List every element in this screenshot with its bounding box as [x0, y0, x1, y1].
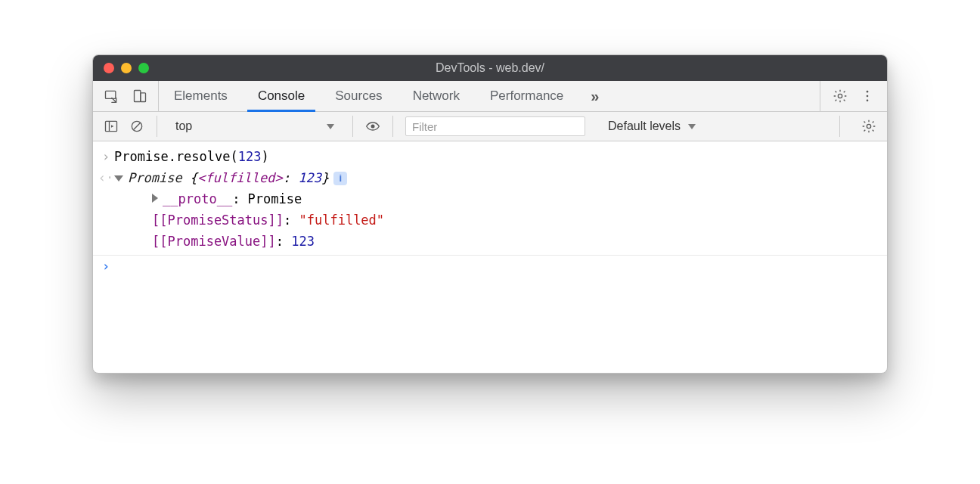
promise-value-value: 123: [291, 234, 315, 249]
proto-key: __proto__: [163, 191, 232, 206]
dropdown-caret-icon: [327, 124, 334, 129]
window-controls: [104, 63, 149, 73]
tab-console[interactable]: Console: [243, 81, 320, 111]
inspect-toolbar-group: [93, 81, 159, 111]
devtools-window: DevTools - web.dev/ Elements Console Sou…: [92, 54, 888, 374]
clear-console-icon[interactable]: [129, 119, 144, 134]
inspect-element-icon[interactable]: [104, 88, 119, 104]
result-state: <fulfilled>: [197, 170, 283, 185]
panel-tabs: Elements Console Sources Network Perform…: [159, 81, 578, 111]
console-toolbar: top Default levels: [93, 112, 887, 141]
svg-rect-2: [141, 93, 146, 102]
console-property-row: __proto__: Promise: [93, 188, 887, 209]
toolbar-right-group: [820, 81, 887, 111]
execution-context-label: top: [175, 119, 192, 133]
window-minimize-button[interactable]: [121, 63, 132, 73]
window-title: DevTools - web.dev/: [93, 61, 887, 75]
input-marker-icon: ›: [98, 147, 114, 166]
tab-label: Elements: [174, 88, 228, 104]
console-input-expression[interactable]: Promise.resolve(123): [114, 147, 879, 166]
console-body: › Promise.resolve(123) ‹· Promise {<fulf…: [93, 141, 887, 373]
more-tabs-icon: »: [591, 88, 599, 104]
result-value: 123: [298, 170, 321, 185]
tab-label: Network: [413, 88, 460, 104]
log-levels-label: Default levels: [608, 119, 681, 133]
toolbar-divider: [839, 116, 840, 137]
promise-value-row[interactable]: [[PromiseValue]]: 123: [114, 231, 879, 251]
log-levels-select[interactable]: Default levels: [602, 118, 702, 135]
kebab-menu-icon[interactable]: [860, 88, 875, 104]
svg-point-10: [867, 124, 870, 128]
live-expression-eye-icon[interactable]: [365, 119, 380, 134]
disclosure-right-icon[interactable]: [152, 194, 158, 203]
disclosure-down-icon[interactable]: [114, 175, 123, 182]
console-property-row: [[PromiseStatus]]: "fulfilled": [93, 209, 887, 231]
tab-sources[interactable]: Sources: [320, 81, 397, 111]
device-toolbar-icon[interactable]: [132, 88, 147, 104]
toolbar-divider: [392, 116, 393, 137]
tab-performance[interactable]: Performance: [475, 81, 578, 111]
expr-paren-close: ): [262, 149, 269, 164]
toolbar-divider: [157, 116, 157, 137]
tab-label: Performance: [490, 88, 563, 104]
tab-elements[interactable]: Elements: [159, 81, 243, 111]
window-maximize-button[interactable]: [138, 63, 149, 73]
svg-point-9: [371, 125, 375, 129]
promise-status-row[interactable]: [[PromiseStatus]]: "fulfilled": [114, 210, 879, 230]
prompt-marker-icon: ›: [98, 256, 114, 276]
expr-paren-open: (: [231, 149, 238, 164]
console-result-summary[interactable]: Promise {<fulfilled>: 123}i: [114, 168, 879, 188]
tab-label: Sources: [335, 88, 382, 104]
console-settings-gear-icon[interactable]: [852, 119, 876, 134]
panel-tabs-toolbar: Elements Console Sources Network Perform…: [93, 81, 887, 112]
proto-row[interactable]: __proto__: Promise: [114, 189, 879, 209]
result-classname: Promise: [128, 170, 182, 185]
svg-point-3: [838, 94, 842, 98]
svg-point-4: [867, 91, 869, 93]
svg-point-5: [867, 95, 869, 98]
promise-status-value: "fulfilled": [299, 213, 384, 228]
console-property-row: [[PromiseValue]]: 123: [93, 231, 887, 252]
settings-gear-icon[interactable]: [833, 88, 848, 104]
tab-network[interactable]: Network: [398, 81, 475, 111]
promise-status-key: [[PromiseStatus]]: [152, 213, 284, 228]
promise-value-key: [[PromiseValue]]: [152, 234, 276, 249]
svg-rect-1: [135, 91, 141, 102]
toolbar-divider: [352, 116, 353, 137]
expr-arg: 123: [238, 149, 262, 164]
titlebar: DevTools - web.dev/: [93, 55, 887, 81]
execution-context-select[interactable]: top: [169, 118, 340, 135]
proto-value: Promise: [248, 191, 302, 206]
svg-rect-0: [106, 91, 116, 98]
result-marker-icon: ‹·: [98, 168, 114, 188]
window-close-button[interactable]: [104, 63, 114, 73]
more-tabs-button[interactable]: »: [578, 81, 611, 111]
console-input-row: › Promise.resolve(123): [93, 146, 887, 167]
toggle-console-sidebar-icon[interactable]: [104, 119, 119, 134]
console-filter-input[interactable]: [405, 116, 585, 136]
console-prompt-row[interactable]: ›: [93, 256, 887, 277]
dropdown-caret-icon: [688, 124, 696, 129]
svg-point-6: [867, 100, 869, 102]
console-result-row: ‹· Promise {<fulfilled>: 123}i: [93, 167, 887, 188]
expr-fn: Promise.resolve: [114, 149, 231, 164]
tab-label: Console: [258, 88, 305, 104]
console-prompt-input[interactable]: [114, 256, 879, 276]
info-badge-icon[interactable]: i: [333, 172, 347, 185]
